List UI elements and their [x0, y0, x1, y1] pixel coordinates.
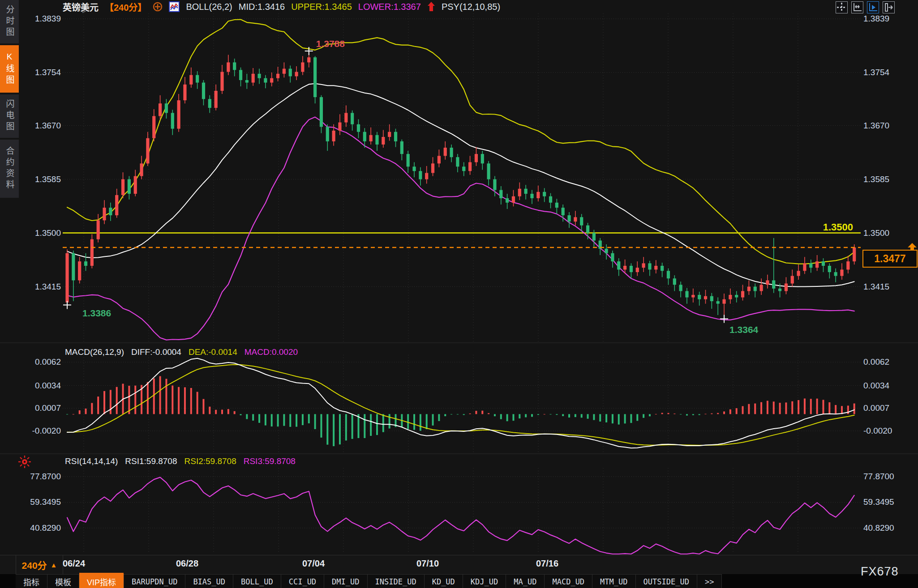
tab-13[interactable]: MTM_UD	[592, 574, 635, 588]
tab-4[interactable]: BIAS_UD	[185, 574, 233, 588]
shift-right-icon[interactable]	[883, 1, 895, 13]
tab-1[interactable]: 模板	[47, 574, 79, 588]
alert-price-label[interactable]: 1.3500	[802, 222, 853, 233]
scale-horizontal-icon[interactable]	[851, 1, 863, 13]
tab-14[interactable]: OUTSIDE_UD	[636, 574, 697, 588]
boll-label: BOLL(26,2)	[186, 2, 232, 12]
tab-2[interactable]: VIP指标	[79, 574, 124, 588]
symbol-title: 英镑美元	[63, 0, 99, 13]
time-axis: 240分 ▲ 06/2406/2807/0407/1007/16	[0, 555, 918, 575]
chart-header: 英镑美元 【240分】 BOLL(26,2) MID:1.3416 UPPER:…	[63, 0, 500, 13]
chart-canvas[interactable]	[0, 0, 918, 588]
tab-5[interactable]: BOLL_UD	[233, 574, 281, 588]
scale-play-active-icon[interactable]	[867, 1, 879, 13]
tab-3[interactable]: BARUPDN_UD	[124, 574, 185, 588]
tab-10[interactable]: KDJ_UD	[463, 574, 506, 588]
price-up-arrow-icon	[907, 243, 917, 251]
macd-diff-value: DIFF:-0.0004	[131, 347, 181, 357]
date-label-2: 07/04	[302, 558, 325, 569]
date-label-1: 06/28	[176, 558, 198, 569]
tab-0[interactable]: 指标	[16, 574, 47, 588]
period-text: 240分	[22, 558, 47, 571]
period-label[interactable]: 【240分】	[105, 0, 146, 13]
chart-toolbar	[836, 1, 895, 13]
tab-15[interactable]: >>	[697, 574, 722, 588]
psy-label: PSY(12,10,85)	[442, 2, 500, 12]
boll-lower-value: LOWER:1.3367	[358, 2, 421, 12]
current-price-tag: 1.3477	[862, 250, 918, 268]
rsi-label: RSI(14,14,14)	[65, 456, 118, 466]
date-label-3: 07/10	[416, 558, 439, 569]
macd-label-row: MACD(26,12,9) DIFF:-0.0004 DEA:-0.0014 M…	[65, 347, 298, 357]
move-crosshair-icon[interactable]	[836, 1, 848, 13]
brand-watermark: FX678	[861, 565, 899, 579]
date-label-4: 07/16	[536, 558, 558, 569]
period-up-icon: ▲	[51, 561, 57, 569]
macd-dea-value: DEA:-0.0014	[189, 347, 237, 357]
tab-12[interactable]: MACD_UD	[545, 574, 592, 588]
period-selector[interactable]: 240分 ▲	[16, 555, 63, 574]
low-annotation: 1.3364	[729, 324, 758, 335]
tab-11[interactable]: MA_UD	[506, 574, 545, 588]
macd-value: MACD:0.0020	[245, 347, 298, 357]
collapse-icon[interactable]: >	[82, 7, 86, 15]
mini-chart-icon[interactable]	[169, 1, 180, 12]
tab-8[interactable]: INSIDE_UD	[368, 574, 425, 588]
rsi3-value: RSI3:59.8708	[244, 456, 296, 466]
indicator-tabbar: 指标模板VIP指标BARUPDN_UDBIAS_UDBOLL_UDCCI_UDD…	[0, 574, 918, 588]
rsi-label-row: RSI(14,14,14) RSI1:59.8708 RSI2:59.8708 …	[65, 456, 296, 466]
tab-7[interactable]: DMI_UD	[324, 574, 367, 588]
boll-upper-value: UPPER:1.3465	[291, 2, 352, 12]
add-indicator-icon[interactable]	[153, 2, 163, 12]
alarm-blink-icon[interactable]	[18, 455, 31, 469]
macd-label: MACD(26,12,9)	[65, 347, 124, 357]
boll-mid-value: MID:1.3416	[239, 2, 285, 12]
rsi2-value: RSI2:59.8708	[184, 456, 236, 466]
up-arrow-icon	[427, 1, 435, 12]
rsi1-value: RSI1:59.8708	[125, 456, 177, 466]
date-label-0: 06/24	[63, 558, 85, 569]
first-low-annotation: 1.3386	[82, 308, 111, 319]
tab-6[interactable]: CCI_UD	[281, 574, 324, 588]
tab-9[interactable]: KD_UD	[425, 574, 463, 588]
high-annotation: 1.3788	[316, 38, 345, 49]
chart-application: 分时图K线图闪电图合约资料 > 英镑美元 【240分】 BOLL(26,2) M…	[0, 0, 918, 588]
